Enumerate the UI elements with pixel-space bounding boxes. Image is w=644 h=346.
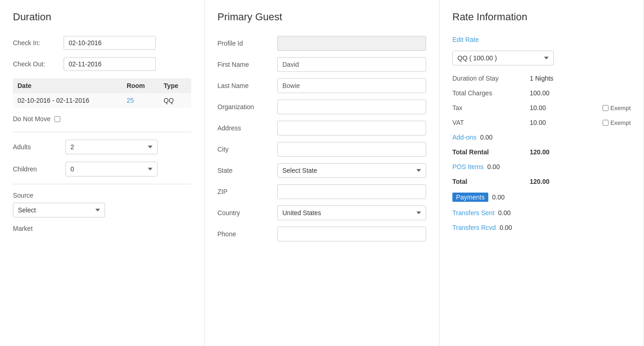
do-not-move-label: Do Not Move — [13, 115, 51, 123]
duration-title: Duration — [13, 11, 191, 23]
adults-select[interactable]: 1 2 3 4 5 — [65, 140, 158, 154]
rate-title: Rate Information — [452, 11, 631, 23]
zip-input[interactable] — [277, 184, 426, 199]
payments-row: Payments 0.00 — [452, 193, 631, 202]
country-row: Country United States — [217, 205, 426, 220]
source-select[interactable]: Select — [13, 203, 105, 217]
address-row: Address — [217, 121, 426, 135]
checkin-label: Check In: — [13, 39, 64, 47]
last-name-input[interactable] — [277, 78, 426, 93]
tax-row: Tax 10.00 Exempt — [452, 104, 631, 111]
total-value: 120.00 — [530, 178, 550, 185]
divider-2 — [13, 184, 191, 184]
source-row: Source Select — [13, 192, 191, 217]
date-table: Date Room Type 02-10-2016 - 02-11-2016 2… — [13, 78, 191, 108]
country-select[interactable]: United States — [277, 205, 426, 220]
total-rental-label: Total Rental — [452, 148, 526, 156]
city-input[interactable] — [277, 142, 426, 157]
children-select[interactable]: 0 1 2 3 — [65, 162, 158, 176]
address-input[interactable] — [277, 121, 426, 135]
addons-label[interactable]: Add-ons — [452, 134, 476, 141]
payments-badge[interactable]: Payments — [452, 193, 488, 202]
total-label: Total — [452, 178, 526, 185]
duration-stay-value: 1 Nights — [530, 75, 553, 82]
market-label: Market — [13, 225, 191, 232]
adults-row: Adults 1 2 3 4 5 — [13, 140, 191, 154]
last-name-row: Last Name — [217, 78, 426, 93]
city-row: City — [217, 142, 426, 157]
address-label: Address — [217, 124, 277, 132]
adults-label: Adults — [13, 143, 64, 151]
col-room: Room — [122, 78, 159, 93]
profile-id-row: Profile Id — [217, 36, 426, 51]
checkout-label: Check Out: — [13, 60, 64, 68]
pos-label[interactable]: POS Items — [452, 163, 484, 170]
tax-label: Tax — [452, 104, 526, 111]
transfers-rcvd-value: 0.00 — [499, 224, 512, 231]
zip-row: ZIP — [217, 184, 426, 199]
checkin-row: Check In: — [13, 36, 191, 50]
table-row: 02-10-2016 - 02-11-2016 25 QQ — [13, 93, 191, 108]
divider-1 — [13, 132, 191, 132]
transfers-rcvd-row: Transfers Rcvd 0.00 — [452, 224, 631, 231]
children-label: Children — [13, 165, 64, 173]
transfers-sent-row: Transfers Sent 0.00 — [452, 209, 631, 217]
profile-id-input[interactable] — [277, 36, 426, 51]
tax-exempt-label: Exempt — [610, 105, 631, 111]
row-room[interactable]: 25 — [122, 93, 159, 108]
state-label: State — [217, 167, 277, 174]
transfers-sent-value: 0.00 — [498, 209, 510, 217]
col-date: Date — [13, 78, 122, 93]
organization-input[interactable] — [277, 100, 426, 114]
vat-exempt-label: Exempt — [610, 119, 631, 126]
pos-row: POS Items 0.00 — [452, 163, 631, 170]
checkin-input[interactable] — [64, 36, 156, 50]
edit-rate-link[interactable]: Edit Rate — [452, 36, 631, 43]
duration-panel: Duration Check In: Check Out: Date Room … — [0, 0, 205, 346]
state-select[interactable]: Select State — [277, 163, 426, 178]
tax-exempt-checkbox[interactable] — [603, 105, 609, 111]
first-name-row: First Name — [217, 57, 426, 72]
vat-row: VAT 10.00 Exempt — [452, 119, 631, 126]
do-not-move-checkbox[interactable] — [54, 116, 60, 122]
children-row: Children 0 1 2 3 — [13, 162, 191, 176]
vat-exempt-checkbox[interactable] — [603, 120, 609, 126]
rate-select-row: QQ ( 100.00 ) — [452, 51, 631, 65]
total-charges-label: Total Charges — [452, 89, 526, 97]
addons-row: Add-ons 0.00 — [452, 134, 631, 141]
vat-exempt-row: Exempt — [603, 119, 631, 126]
phone-label: Phone — [217, 230, 277, 238]
rate-panel: Rate Information Edit Rate QQ ( 100.00 )… — [439, 0, 644, 346]
row-type: QQ — [159, 93, 191, 108]
row-date: 02-10-2016 - 02-11-2016 — [13, 93, 122, 108]
guest-title: Primary Guest — [217, 11, 426, 23]
zip-label: ZIP — [217, 188, 277, 195]
pos-value: 0.00 — [487, 163, 500, 170]
organization-row: Organization — [217, 100, 426, 114]
rate-select[interactable]: QQ ( 100.00 ) — [452, 51, 554, 65]
checkout-row: Check Out: — [13, 57, 191, 71]
source-label: Source — [13, 192, 191, 199]
country-label: Country — [217, 209, 277, 217]
transfers-sent-label[interactable]: Transfers Sent — [452, 209, 494, 217]
market-label-container: Market — [13, 225, 191, 232]
phone-row: Phone — [217, 227, 426, 241]
phone-input[interactable] — [277, 227, 426, 241]
organization-label: Organization — [217, 103, 277, 111]
duration-stay-row: Duration of Stay 1 Nights — [452, 75, 631, 82]
city-label: City — [217, 146, 277, 153]
duration-stay-label: Duration of Stay — [452, 75, 526, 82]
total-rental-value: 120.00 — [530, 148, 550, 156]
first-name-input[interactable] — [277, 57, 426, 72]
guest-panel: Primary Guest Profile Id First Name Last… — [205, 0, 439, 346]
first-name-label: First Name — [217, 61, 277, 68]
transfers-rcvd-label[interactable]: Transfers Rcvd — [452, 224, 496, 231]
tax-exempt-row: Exempt — [603, 105, 631, 111]
last-name-label: Last Name — [217, 82, 277, 89]
profile-id-label: Profile Id — [217, 40, 277, 47]
vat-value: 10.00 — [530, 119, 546, 126]
checkout-input[interactable] — [64, 57, 156, 71]
payments-value: 0.00 — [492, 194, 504, 201]
total-row: Total 120.00 — [452, 178, 631, 185]
total-charges-value: 100.00 — [530, 89, 550, 97]
